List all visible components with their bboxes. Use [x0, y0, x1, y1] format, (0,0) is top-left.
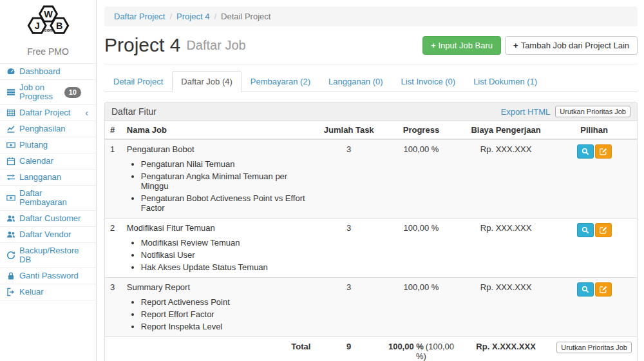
total-label: Total: [122, 337, 316, 361]
view-job-button[interactable]: [577, 223, 594, 237]
view-job-button[interactable]: [577, 282, 594, 297]
sidebar-item-daftar-pembayaran[interactable]: Daftar Pembayaran: [0, 185, 96, 210]
sidebar-item-label: Langganan: [19, 173, 61, 182]
sidebar-item-label: Daftar Pembayaran: [19, 189, 90, 207]
sidebar-item-label: Calendar: [19, 157, 53, 166]
line-chart-icon: [6, 124, 15, 133]
actions-cell: [551, 278, 637, 337]
daftar-fitur-panel: Daftar Fitur Export HTML Urutkan Priorit…: [104, 102, 638, 361]
breadcrumb-current: Detail Project: [221, 12, 270, 21]
actions-cell: [551, 219, 637, 278]
tab-daftar-job[interactable]: Daftar Job (4): [172, 71, 241, 92]
sub-task-list: Modifikasi Review Temuan Notifikasi User…: [141, 235, 311, 272]
sidebar-item-dashboard[interactable]: Dashboard: [0, 63, 96, 79]
breadcrumb: Daftar Project / Project 4 / Detail Proj…: [104, 6, 638, 26]
jumlah-task-cell: 3: [316, 278, 382, 337]
sidebar-item-penghasilan[interactable]: Penghasilan: [0, 121, 96, 137]
urutkan-prioritas-job-button[interactable]: Urutkan Prioritas Job: [555, 106, 630, 117]
edit-job-button[interactable]: [595, 144, 612, 159]
sidebar-item-piutang[interactable]: Piutang: [0, 137, 96, 153]
sidebar-item-label: Daftar Customer: [19, 214, 80, 223]
tab-list-invoice[interactable]: List Invoice (0): [392, 71, 465, 92]
urutkan-prioritas-job-button[interactable]: Urutkan Prioritas Job: [556, 342, 632, 353]
jumlah-task-cell: 3: [316, 139, 382, 219]
lock-icon: [6, 271, 15, 280]
dashboard-icon: [6, 67, 15, 76]
job-name: Summary Report: [127, 282, 311, 292]
sidebar-item-label: Daftar Vendor: [19, 230, 71, 239]
sidebar-item-label: Dashboard: [19, 67, 61, 76]
panel-heading: Daftar Fitur Export HTML Urutkan Priorit…: [105, 102, 637, 121]
sidebar-item-keluar[interactable]: Keluar: [0, 284, 96, 300]
tab-langganan[interactable]: Langganan (0): [319, 71, 392, 92]
sidebar-item-calendar[interactable]: Calendar: [0, 153, 96, 169]
sidebar-item-label: Penghasilan: [19, 124, 66, 133]
total-biaya: Rp. X.XXX.XXX: [460, 337, 551, 361]
sub-task: Pengaturan Bobot Activeness Point vs Eff…: [141, 191, 311, 213]
sidebar-item-label: Daftar Project: [19, 108, 70, 117]
tasks-icon: [6, 88, 15, 97]
sub-task: Pengaturan Nilai Temuan: [141, 157, 311, 169]
breadcrumb-project-4[interactable]: Project 4: [176, 12, 209, 21]
job-name-cell: Summary Report Report Activeness Point R…: [122, 278, 316, 337]
sidebar-item-job-on-progress[interactable]: Job on Progress 10: [0, 79, 96, 104]
project-tabs: Detail Project Daftar Job (4) Pembayaran…: [104, 71, 638, 92]
sidebar-item-daftar-project[interactable]: Daftar Project ‹: [0, 104, 96, 121]
input-job-baru-button[interactable]: +Input Job Baru: [422, 36, 501, 55]
main-content: Daftar Project / Project 4 / Detail Proj…: [97, 0, 644, 361]
edit-job-button[interactable]: [595, 223, 612, 237]
tab-detail-project[interactable]: Detail Project: [104, 71, 172, 92]
daftar-fitur-table: # Nama Job Jumlah Task Progress Biaya Pe…: [105, 121, 637, 361]
table-row: 2 Modifikasi Fitur Temuan Modifikasi Rev…: [105, 219, 637, 278]
calendar-icon: [6, 157, 15, 166]
sidebar-item-ganti-password[interactable]: Ganti Password: [0, 268, 96, 284]
sign-out-icon: [6, 288, 15, 297]
progress-cell: 100,00 %: [382, 139, 460, 219]
export-html-link[interactable]: Export HTML: [501, 107, 551, 117]
retweet-icon: [6, 173, 15, 182]
col-jumlah-task: Jumlah Task: [316, 121, 382, 139]
tab-list-dokumen[interactable]: List Dokumen (1): [464, 71, 546, 92]
users-icon: [6, 214, 15, 223]
col-nama-job: Nama Job: [122, 121, 316, 139]
job-name: Pengaturan Bobot: [127, 144, 311, 154]
users-icon: [6, 230, 15, 239]
sub-task-list: Pengaturan Nilai Temuan Pengaturan Angka…: [141, 157, 311, 213]
jwb-logo-icon: W J B .com: [19, 4, 78, 40]
sidebar-menu: Dashboard Job on Progress 10 Daftar Proj…: [0, 63, 96, 300]
job-name-cell: Pengaturan Bobot Pengaturan Nilai Temuan…: [122, 139, 316, 219]
chevron-left-icon: ‹: [85, 109, 88, 117]
breadcrumb-daftar-project[interactable]: Daftar Project: [114, 12, 165, 21]
sidebar-item-langganan[interactable]: Langganan: [0, 169, 96, 185]
page-title: Project 4: [104, 34, 180, 56]
sub-task: Report Effort Factor: [141, 307, 311, 319]
progress-cell: 100,00 %: [382, 278, 460, 337]
header-actions: +Input Job Baru +Tambah Job dari Project…: [422, 36, 638, 55]
tab-pembayaran[interactable]: Pembayaran (2): [242, 71, 319, 92]
sidebar-item-label: Job on Progress: [19, 83, 61, 101]
sub-task-list: Report Activeness Point Report Effort Fa…: [141, 295, 311, 331]
sidebar-item-backup-restore-db[interactable]: Backup/Restore DB: [0, 242, 96, 268]
svg-text:W: W: [44, 9, 53, 19]
col-number: #: [105, 121, 122, 139]
empty-cell: [105, 337, 122, 361]
breadcrumb-separator: /: [214, 12, 216, 21]
total-progress: 100,00 %(100,00 %): [382, 337, 460, 361]
brand-name: Free PMO: [0, 44, 96, 63]
actions-cell: [551, 139, 637, 219]
tambah-job-dari-project-lain-button[interactable]: +Tambah Job dari Project Lain: [505, 36, 638, 55]
table-row: 3 Summary Report Report Activeness Point…: [105, 278, 637, 337]
refresh-icon: [6, 251, 15, 260]
sidebar-item-daftar-vendor[interactable]: Daftar Vendor: [0, 226, 96, 242]
sidebar-item-daftar-customer[interactable]: Daftar Customer: [0, 210, 96, 226]
view-job-button[interactable]: [577, 144, 594, 159]
table-header-row: # Nama Job Jumlah Task Progress Biaya Pe…: [105, 121, 637, 139]
row-number: 1: [105, 139, 122, 219]
edit-job-button[interactable]: [595, 282, 612, 297]
job-progress-count-badge: 10: [64, 87, 81, 98]
svg-text:.com: .com: [43, 28, 53, 32]
progress-cell: 100,00 %: [382, 219, 460, 278]
total-tasks: 9: [316, 337, 382, 361]
page-header: Project 4 Daftar Job +Input Job Baru +Ta…: [104, 34, 638, 64]
table-row: 1 Pengaturan Bobot Pengaturan Nilai Temu…: [105, 139, 637, 219]
